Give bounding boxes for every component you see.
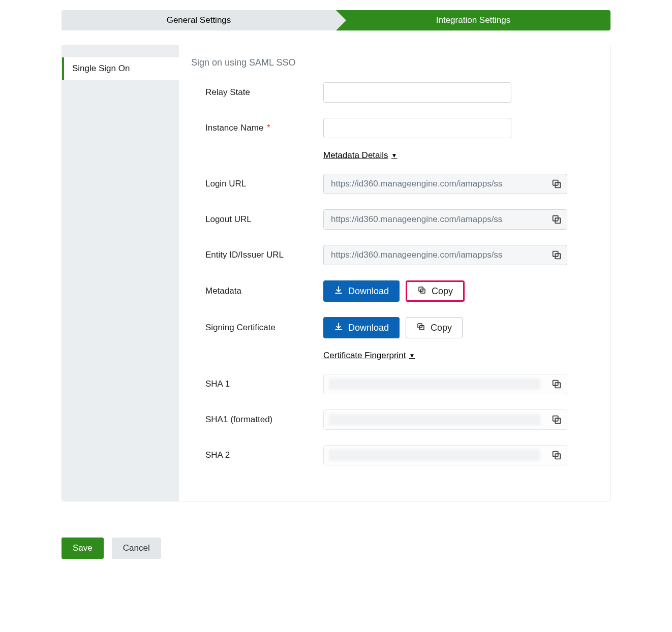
copy-icon[interactable] <box>551 249 562 261</box>
metadata-details-label: Metadata Details <box>323 150 388 161</box>
sidebar: Single Sign On <box>62 45 179 501</box>
sha1-formatted-value <box>323 409 567 430</box>
label-metadata: Metadata <box>191 286 323 296</box>
download-label: Download <box>348 286 389 297</box>
step-integration-settings[interactable]: Integration Settings <box>336 10 610 30</box>
row-metadata: Metadata Download C <box>191 280 598 302</box>
required-asterisk: * <box>267 123 270 133</box>
row-sha1: SHA 1 <box>191 374 598 394</box>
content-subtitle: Sign on using SAML SSO <box>191 57 598 68</box>
sidebar-item-label: Single Sign On <box>72 64 130 73</box>
copy-icon <box>416 322 425 334</box>
chevron-down-icon: ▼ <box>409 352 415 359</box>
label-sha1: SHA 1 <box>191 379 323 389</box>
settings-panel: Single Sign On Sign on using SAML SSO Re… <box>62 45 610 501</box>
content-area: Sign on using SAML SSO Relay State Insta… <box>179 45 610 501</box>
cert-fingerprint-section: Certificate Fingerprint ▼ <box>323 351 598 361</box>
label-sha1-formatted: SHA1 (formatted) <box>191 415 323 425</box>
row-instance-name: Instance Name * <box>191 118 598 138</box>
cancel-label: Cancel <box>123 543 150 553</box>
metadata-details-section: Metadata Details ▼ <box>323 150 598 161</box>
stepper: General Settings Integration Settings <box>62 10 610 30</box>
footer-actions: Save Cancel <box>51 522 621 559</box>
step-integration-label: Integration Settings <box>436 15 510 25</box>
copy-icon[interactable] <box>551 450 562 461</box>
copy-label: Copy <box>432 286 453 297</box>
save-label: Save <box>73 543 93 553</box>
label-instance-name-text: Instance Name <box>205 123 263 133</box>
row-entity-url: Entity ID/Issuer URL <box>191 245 598 265</box>
download-icon <box>334 322 343 334</box>
step-general-label: General Settings <box>167 15 231 25</box>
copy-icon[interactable] <box>551 378 562 390</box>
download-label: Download <box>348 323 389 333</box>
copy-icon[interactable] <box>551 414 562 425</box>
label-signing-cert: Signing Certificate <box>191 323 323 333</box>
download-icon <box>334 286 343 297</box>
row-signing-cert: Signing Certificate Download <box>191 317 598 338</box>
cert-copy-button[interactable]: Copy <box>406 317 463 338</box>
save-button[interactable]: Save <box>62 538 104 559</box>
label-instance-name: Instance Name * <box>191 123 323 133</box>
metadata-copy-button[interactable]: Copy <box>406 280 465 302</box>
label-entity-url: Entity ID/Issuer URL <box>191 250 323 260</box>
label-sha2: SHA 2 <box>191 450 323 460</box>
copy-icon <box>417 286 426 297</box>
relay-state-input[interactable] <box>323 82 511 103</box>
row-sha2: SHA 2 <box>191 445 598 465</box>
copy-icon[interactable] <box>551 214 562 225</box>
cancel-button[interactable]: Cancel <box>112 538 161 559</box>
chevron-down-icon: ▼ <box>391 152 398 159</box>
copy-icon[interactable] <box>551 178 562 189</box>
step-general-settings[interactable]: General Settings <box>62 10 336 30</box>
label-relay-state: Relay State <box>191 87 323 98</box>
cert-fingerprint-label: Certificate Fingerprint <box>323 351 406 361</box>
label-login-url: Login URL <box>191 179 323 189</box>
cert-download-button[interactable]: Download <box>323 317 400 338</box>
copy-label: Copy <box>431 323 452 333</box>
label-logout-url: Logout URL <box>191 214 323 225</box>
sha1-value <box>323 374 567 394</box>
login-url-input[interactable] <box>323 174 567 194</box>
cert-fingerprint-toggle[interactable]: Certificate Fingerprint ▼ <box>323 351 415 361</box>
metadata-download-button[interactable]: Download <box>323 280 400 302</box>
row-logout-url: Logout URL <box>191 209 598 230</box>
instance-name-input[interactable] <box>323 118 511 138</box>
row-relay-state: Relay State <box>191 82 598 103</box>
sidebar-item-sso[interactable]: Single Sign On <box>62 57 179 80</box>
row-login-url: Login URL <box>191 174 598 194</box>
entity-url-input[interactable] <box>323 245 567 265</box>
sha2-value <box>323 445 567 465</box>
logout-url-input[interactable] <box>323 209 567 230</box>
metadata-details-toggle[interactable]: Metadata Details ▼ <box>323 150 397 161</box>
row-sha1-formatted: SHA1 (formatted) <box>191 409 598 430</box>
